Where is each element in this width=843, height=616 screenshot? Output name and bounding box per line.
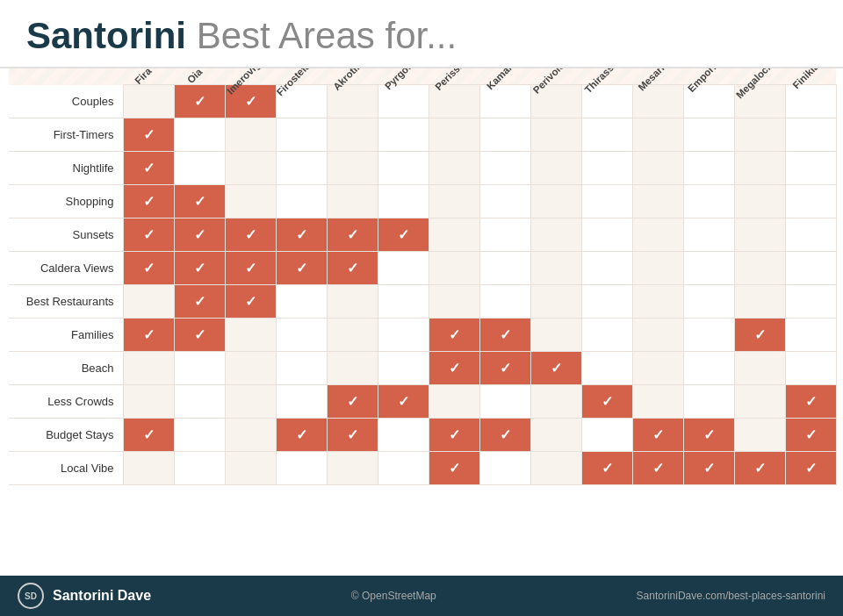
cell-families-pyrgos: [378, 319, 429, 352]
cell-local-vibe-firostefani: [276, 452, 327, 485]
checkmark-icon: ✓: [143, 427, 155, 442]
cell-nightlife-megalochori: [734, 152, 785, 185]
checkmark-icon: ✓: [449, 327, 460, 342]
cell-sunsets-firostefani: ✓: [276, 218, 327, 252]
row-label-couples: Couples: [9, 85, 123, 118]
table-body: Couples✓✓First-Timers✓Nightlife✓Shopping…: [9, 85, 836, 485]
checkmark-icon: ✓: [194, 194, 205, 209]
cell-shopping-pyrgos: [378, 185, 429, 218]
cell-first-timers-pyrgos: [378, 118, 429, 152]
checkmark-icon: ✓: [347, 394, 358, 409]
empty-header-cell: [9, 68, 123, 85]
cell-first-timers-oia: [174, 118, 225, 152]
cell-couples-kamari: [479, 85, 530, 118]
cell-best-restaurants-megalochori: [734, 285, 785, 319]
cell-best-restaurants-perissa: [429, 285, 479, 319]
cell-best-restaurants-oia: ✓: [174, 285, 225, 319]
cell-beach-oia: [174, 352, 225, 385]
cell-budget-stays-perivolos: [530, 419, 581, 452]
checkmark-icon: ✓: [143, 194, 155, 209]
cell-best-restaurants-emporio: [683, 285, 734, 319]
cell-caldera-views-perissa: [429, 252, 479, 285]
checkmark-icon: ✓: [805, 427, 817, 442]
cell-best-restaurants-perivolos: [530, 285, 581, 319]
row-label-beach: Beach: [9, 352, 123, 385]
checkmark-icon: ✓: [500, 361, 511, 376]
col-header-firostefani: Firostefani: [276, 68, 327, 85]
checkmark-icon: ✓: [500, 327, 511, 342]
cell-sunsets-kamari: [479, 218, 530, 252]
title-light: Best Areas for...: [186, 15, 457, 56]
cell-first-timers-akrotiri: [327, 118, 378, 152]
cell-shopping-emporio: [683, 185, 734, 218]
cell-beach-emporio: [683, 352, 734, 385]
checkmark-icon: ✓: [398, 227, 409, 242]
cell-beach-mesaria: [632, 352, 683, 385]
table-row: Beach✓✓✓: [9, 352, 836, 385]
cell-local-vibe-finikia: ✓: [785, 452, 836, 485]
row-label-sunsets: Sunsets: [9, 218, 123, 252]
checkmark-icon: ✓: [805, 394, 817, 409]
cell-nightlife-firostefani: [276, 152, 327, 185]
page-title: Santorini Best Areas for...: [26, 16, 817, 56]
cell-nightlife-kamari: [479, 152, 530, 185]
cell-budget-stays-imerovigli: [225, 419, 276, 452]
checkmark-icon: ✓: [652, 461, 664, 476]
footer-copyright: © OpenStreetMap: [351, 590, 436, 602]
cell-sunsets-perissa: [429, 218, 479, 252]
cell-less-crowds-emporio: [683, 385, 734, 419]
checkmark-icon: ✓: [652, 427, 664, 442]
cell-less-crowds-mesaria: [632, 385, 683, 419]
column-header-row: FiraOiaImerovigliFirostefaniAkrotiriPyrg…: [9, 68, 836, 85]
cell-best-restaurants-firostefani: [276, 285, 327, 319]
cell-budget-stays-thirassia: [581, 419, 632, 452]
cell-local-vibe-mesaria: ✓: [632, 452, 683, 485]
table-row: First-Timers✓: [9, 118, 836, 152]
cell-nightlife-finikia: [785, 152, 836, 185]
cell-families-imerovigli: [225, 319, 276, 352]
cell-families-perissa: ✓: [429, 319, 479, 352]
cell-sunsets-emporio: [683, 218, 734, 252]
col-header-akrotiri: Akrotiri: [327, 68, 378, 85]
cell-caldera-views-kamari: [479, 252, 530, 285]
cell-budget-stays-mesaria: ✓: [632, 419, 683, 452]
cell-budget-stays-fira: ✓: [123, 419, 174, 452]
checkmark-icon: ✓: [347, 227, 358, 242]
cell-local-vibe-akrotiri: [327, 452, 378, 485]
checkmark-icon: ✓: [449, 361, 460, 376]
checkmark-icon: ✓: [143, 327, 155, 342]
cell-beach-imerovigli: [225, 352, 276, 385]
checkmark-icon: ✓: [194, 294, 205, 309]
cell-less-crowds-akrotiri: ✓: [327, 385, 378, 419]
row-label-first-timers: First-Timers: [9, 118, 123, 152]
cell-caldera-views-fira: ✓: [123, 252, 174, 285]
checkmark-icon: ✓: [398, 394, 409, 409]
cell-nightlife-oia: [174, 152, 225, 185]
checkmark-icon: ✓: [245, 261, 256, 276]
checkmark-icon: ✓: [602, 461, 613, 476]
cell-couples-pyrgos: [378, 85, 429, 118]
col-header-oia: Oia: [174, 68, 225, 85]
cell-best-restaurants-imerovigli: ✓: [225, 285, 276, 319]
col-header-perivolos: Perivolos: [530, 68, 581, 85]
cell-shopping-imerovigli: [225, 185, 276, 218]
cell-nightlife-perivolos: [530, 152, 581, 185]
cell-beach-megalochori: [734, 352, 785, 385]
cell-couples-perissa: [429, 85, 479, 118]
cell-best-restaurants-fira: [123, 285, 174, 319]
checkmark-icon: ✓: [296, 261, 307, 276]
cell-shopping-thirassia: [581, 185, 632, 218]
cell-first-timers-firostefani: [276, 118, 327, 152]
row-label-local-vibe: Local Vibe: [9, 452, 123, 485]
cell-less-crowds-thirassia: ✓: [581, 385, 632, 419]
checkmark-icon: ✓: [805, 461, 817, 476]
cell-families-thirassia: [581, 319, 632, 352]
cell-beach-fira: [123, 352, 174, 385]
row-label-less-crowds: Less Crowds: [9, 385, 123, 419]
cell-shopping-perissa: [429, 185, 479, 218]
cell-best-restaurants-akrotiri: [327, 285, 378, 319]
table-row: Budget Stays✓✓✓✓✓✓✓✓: [9, 419, 836, 452]
cell-first-timers-mesaria: [632, 118, 683, 152]
cell-shopping-oia: ✓: [174, 185, 225, 218]
cell-nightlife-thirassia: [581, 152, 632, 185]
